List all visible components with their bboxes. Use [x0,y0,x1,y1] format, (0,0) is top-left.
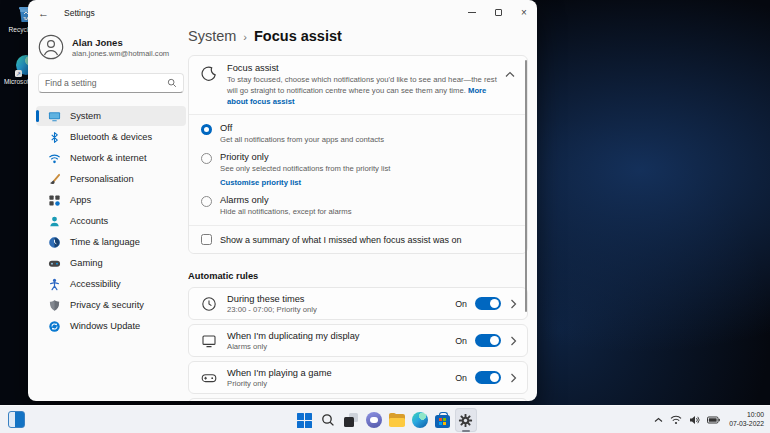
wifi-icon[interactable] [670,415,682,425]
wifi-icon [48,152,61,165]
accessibility-person-icon [48,278,61,291]
file-explorer-button[interactable] [386,408,408,432]
game-controller-icon [201,370,217,386]
sidebar-item-time-language[interactable]: Time & language [36,232,186,252]
rule-fullscreen-app[interactable]: When I'm using an app in full screen mod… [188,398,528,401]
person-icon [48,215,61,228]
focus-assist-card: Focus assist To stay focused, choose whi… [188,55,528,254]
toggle-switch[interactable] [475,297,501,310]
focus-assist-expander-header[interactable]: Focus assist To stay focused, choose whi… [189,56,527,114]
chat-icon [366,412,382,428]
sidebar-item-bluetooth-devices[interactable]: Bluetooth & devices [36,127,186,147]
toggle-switch[interactable] [475,371,501,384]
window-titlebar: ← Settings × [28,0,537,26]
clock-icon [201,296,217,312]
settings-window: ← Settings × Alan Jones alan.jones.wm@ho… [28,0,537,401]
settings-gear-icon [458,413,473,428]
sidebar-item-personalisation[interactable]: Personalisation [36,169,186,189]
sidebar-item-apps[interactable]: Apps [36,190,186,210]
search-icon [167,78,177,88]
sidebar-item-gaming[interactable]: Gaming [36,253,186,273]
focus-assist-description: To stay focused, choose which notificati… [227,75,497,107]
avatar [38,34,64,60]
toggle-switch[interactable] [475,334,501,347]
rule-duplicating-display[interactable]: When I'm duplicating my display Alarms o… [188,324,528,357]
sidebar-item-network-internet[interactable]: Network & internet [36,148,186,168]
clock-date: 07-03-2022 [729,420,764,429]
start-icon [297,413,312,428]
user-profile[interactable]: Alan Jones alan.jones.wm@hotmail.com [38,34,186,60]
maximize-button[interactable] [485,0,511,25]
taskbar: 10:00 07-03-2022 [0,405,770,433]
radio-option-off[interactable]: Off Get all notifications from your apps… [189,115,527,144]
clock-time: 10:00 [729,411,764,420]
radio-selected-icon[interactable] [201,124,212,135]
sidebar-item-system[interactable]: System [36,106,186,126]
radio-option-alarms-only[interactable]: Alarms only Hide all notifications, exce… [189,187,527,216]
brush-icon [48,173,61,186]
search-input[interactable] [45,78,167,88]
battery-icon[interactable] [707,416,720,424]
chevron-right-icon[interactable] [510,336,517,346]
taskbar-search-button[interactable] [317,408,339,432]
chevron-up-icon[interactable] [505,71,515,78]
chevron-right-icon[interactable] [510,299,517,309]
file-explorer-icon [389,414,405,427]
summary-checkbox-row[interactable]: Show a summary of what I missed when foc… [189,225,527,253]
shortcut-arrow-icon: ↗ [15,70,22,77]
chevron-up-icon[interactable] [654,417,663,423]
automatic-rules-list: During these times 23:00 - 07:00; Priori… [188,287,528,401]
monitor-icon [48,110,61,123]
minimize-button[interactable] [459,0,485,25]
page-title: Focus assist [254,28,342,44]
task-view-icon [344,413,358,427]
sidebar-nav: System Bluetooth & devices Network & int… [36,106,186,336]
breadcrumb: System › Focus assist [188,28,528,44]
display-icon [201,333,217,349]
radio-unselected-icon[interactable] [201,153,212,164]
sidebar: Alan Jones alan.jones.wm@hotmail.com Sys… [36,26,186,337]
chevron-right-icon[interactable] [510,373,517,383]
radio-unselected-icon[interactable] [201,196,212,207]
focus-assist-title: Focus assist [227,63,497,73]
radio-option-priority-only[interactable]: Priority only See only selected notifica… [189,144,527,187]
edge-icon [412,412,428,428]
chat-button[interactable] [363,408,385,432]
toggle-state-label: On [455,299,467,309]
widgets-icon[interactable] [8,411,25,428]
update-arrows-icon [48,320,61,333]
customise-priority-list-link[interactable]: Customise priority list [220,178,390,187]
rule-during-these-times[interactable]: During these times 23:00 - 07:00; Priori… [188,287,528,320]
search-box[interactable] [38,73,184,93]
sidebar-item-accounts[interactable]: Accounts [36,211,186,231]
sidebar-item-privacy-security[interactable]: Privacy & security [36,295,186,315]
toggle-state-label: On [455,373,467,383]
apps-grid-icon [48,194,61,207]
checkbox-unchecked-icon[interactable] [201,234,212,245]
toggle-state-label: On [455,336,467,346]
breadcrumb-separator-icon: › [243,31,247,43]
main-content: System › Focus assist Focus assist To st… [188,26,528,401]
speaker-icon[interactable] [689,415,700,425]
sidebar-item-windows-update[interactable]: Windows Update [36,316,186,336]
edge-button[interactable] [409,408,431,432]
search-icon [321,413,335,427]
settings-taskbar-button[interactable] [455,408,477,432]
taskbar-clock[interactable]: 10:00 07-03-2022 [729,411,764,429]
game-controller-icon [48,257,61,270]
back-button[interactable]: ← [38,7,56,19]
breadcrumb-parent[interactable]: System [188,28,236,44]
sidebar-item-accessibility[interactable]: Accessibility [36,274,186,294]
rule-playing-a-game[interactable]: When I'm playing a game Priority only On [188,361,528,394]
task-view-button[interactable] [340,408,362,432]
bluetooth-icon [48,131,61,144]
store-button[interactable] [432,408,454,432]
automatic-rules-heading: Automatic rules [188,271,528,281]
scrollbar[interactable] [525,60,527,312]
close-button[interactable]: × [511,0,537,25]
shield-icon [48,299,61,312]
system-tray: 10:00 07-03-2022 [650,406,764,433]
clock-globe-icon [48,236,61,249]
start-button[interactable] [294,408,316,432]
profile-name: Alan Jones [72,37,169,48]
